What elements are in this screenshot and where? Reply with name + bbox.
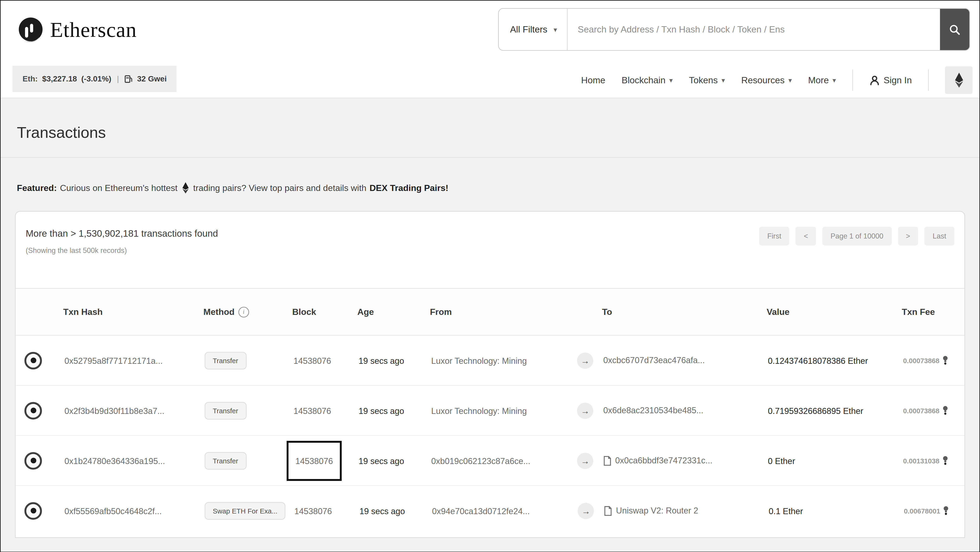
search-icon bbox=[949, 24, 961, 35]
contract-document-icon bbox=[603, 455, 611, 466]
table-row: 0x2f3b4b9d30f11b8e3a7... Transfer 145380… bbox=[16, 386, 964, 436]
method-badge: Transfer bbox=[205, 351, 246, 369]
from-address-link[interactable]: Luxor Technology: Mining bbox=[431, 356, 527, 365]
eth-price-link[interactable]: $3,227.18 bbox=[42, 75, 77, 83]
age-text: 19 secs ago bbox=[360, 506, 405, 515]
txn-hash-link[interactable]: 0x2f3b4b9d30f11b8e3a7... bbox=[64, 406, 164, 415]
arrow-right-icon: → bbox=[578, 503, 594, 519]
value-text: 0.124374618078386 Ether bbox=[768, 356, 868, 365]
col-header-method: Method i bbox=[204, 306, 283, 317]
gas-pump-icon bbox=[124, 75, 133, 83]
search-button[interactable] bbox=[940, 9, 969, 50]
nav-blockchain-label: Blockchain bbox=[622, 75, 665, 85]
chevron-down-icon: ▾ bbox=[721, 76, 725, 84]
value-text: 0.71959326686895 Ether bbox=[768, 406, 863, 415]
pagination: First < Page 1 of 10000 > Last bbox=[759, 227, 955, 246]
txn-fee-text: 0.00073868 bbox=[903, 357, 939, 364]
table-row: 0x1b24780e364336a195... Transfer 1453807… bbox=[16, 436, 964, 486]
txn-hash-link[interactable]: 0xf55569afb50c4648c2f... bbox=[64, 506, 162, 515]
txn-fee-text: 0.00678001 bbox=[904, 507, 940, 514]
to-address-link[interactable]: 0x0ca6bbdf3e7472331c... bbox=[615, 456, 713, 465]
table-row: 0x52795a8f771712171a... Transfer 1453807… bbox=[16, 336, 964, 386]
pagination-first-button[interactable]: First bbox=[759, 227, 790, 246]
gas-price-link[interactable]: 32 Gwei bbox=[137, 75, 167, 83]
pagination-last-button[interactable]: Last bbox=[924, 227, 955, 246]
pagination-next-button[interactable]: > bbox=[898, 227, 918, 246]
nav-home[interactable]: Home bbox=[581, 75, 605, 85]
lightbulb-icon bbox=[943, 456, 948, 465]
eye-preview-button[interactable] bbox=[24, 351, 42, 369]
to-address-link[interactable]: 0xcbc6707d73eac476afa... bbox=[603, 356, 705, 365]
from-address-link[interactable]: 0xb019c062123c87a6ce... bbox=[431, 456, 530, 466]
eth-network-button[interactable] bbox=[945, 66, 972, 94]
transactions-card: More than > 1,530,902,181 transactions f… bbox=[15, 211, 965, 538]
pagination-prev-button[interactable]: < bbox=[795, 227, 816, 246]
block-link[interactable]: 14538076 bbox=[296, 456, 333, 466]
eye-icon bbox=[30, 408, 36, 413]
etherscan-logo[interactable]: Etherscan bbox=[17, 16, 137, 44]
to-address-link[interactable]: Uniswap V2: Router 2 bbox=[616, 506, 698, 515]
nav-more[interactable]: More ▾ bbox=[808, 75, 836, 85]
col-header-from: From bbox=[430, 307, 571, 317]
col-header-age: Age bbox=[357, 307, 420, 317]
lightbulb-icon bbox=[943, 506, 949, 515]
table-row: 0xf55569afb50c4648c2f... Swap ETH For Ex… bbox=[16, 486, 964, 535]
featured-text-after: trading pairs? View top pairs and detail… bbox=[193, 183, 366, 193]
nav-resources[interactable]: Resources ▾ bbox=[741, 75, 792, 85]
sign-in-button[interactable]: Sign In bbox=[869, 75, 912, 85]
eye-preview-button[interactable] bbox=[24, 502, 42, 520]
eth-price-change: (-3.01%) bbox=[81, 75, 111, 83]
nav-home-label: Home bbox=[581, 75, 605, 85]
col-header-block: Block bbox=[292, 307, 350, 317]
txn-fee-text: 0.00073868 bbox=[903, 407, 939, 414]
chevron-down-icon: ▾ bbox=[789, 76, 792, 84]
top-bar: Etherscan All Filters ▾ bbox=[0, 0, 980, 63]
method-header-label: Method bbox=[204, 307, 234, 317]
txn-fee-text: 0.00131038 bbox=[903, 457, 939, 464]
from-address-link[interactable]: Luxor Technology: Mining bbox=[431, 406, 527, 415]
block-link[interactable]: 14538076 bbox=[294, 406, 331, 415]
all-filters-dropdown[interactable]: All Filters ▾ bbox=[499, 9, 568, 50]
txn-hash-link[interactable]: 0x52795a8f771712171a... bbox=[64, 356, 162, 365]
nav-more-label: More bbox=[808, 75, 829, 85]
eth-price-ticker: Eth: $3,227.18 (-3.01%) | 32 Gwei bbox=[13, 65, 177, 92]
nav-tokens[interactable]: Tokens ▾ bbox=[689, 75, 725, 85]
page-title: Transactions bbox=[0, 98, 980, 142]
records-note: (Showing the last 500k records) bbox=[26, 247, 955, 254]
card-header: More than > 1,530,902,181 transactions f… bbox=[16, 212, 964, 288]
nav-blockchain[interactable]: Blockchain ▾ bbox=[622, 75, 673, 85]
ticker-separator: | bbox=[117, 75, 119, 83]
eye-icon bbox=[30, 357, 36, 363]
eye-icon bbox=[30, 508, 36, 514]
from-address-link[interactable]: 0x94e70ca13d0712fe24... bbox=[432, 506, 530, 515]
arrow-right-icon: → bbox=[577, 352, 593, 369]
to-address-link[interactable]: 0x6de8ac2310534be485... bbox=[603, 406, 703, 415]
featured-cta-link[interactable]: DEX Trading Pairs! bbox=[370, 183, 449, 193]
page-body: Transactions Featured: Curious on Ethere… bbox=[0, 98, 980, 552]
chevron-down-icon: ▾ bbox=[554, 25, 557, 34]
person-icon bbox=[869, 75, 880, 85]
block-link[interactable]: 14538076 bbox=[294, 356, 331, 365]
highlight-box: 14538076 bbox=[286, 440, 342, 481]
lightbulb-icon bbox=[943, 356, 948, 365]
eth-diamond-icon bbox=[954, 73, 963, 88]
eye-preview-button[interactable] bbox=[24, 402, 42, 419]
featured-banner: Featured: Curious on Ethereum's hottest … bbox=[17, 182, 980, 193]
search-input[interactable] bbox=[568, 9, 940, 50]
value-text: 0.1 Ether bbox=[769, 506, 803, 515]
col-header-value: Value bbox=[767, 307, 889, 317]
nav-resources-label: Resources bbox=[741, 75, 784, 85]
section-divider bbox=[0, 157, 980, 158]
col-header-txn-hash: Txn Hash bbox=[63, 307, 197, 317]
method-badge: Swap ETH For Exa... bbox=[205, 502, 285, 520]
block-link[interactable]: 14538076 bbox=[294, 506, 332, 515]
arrow-right-icon: → bbox=[577, 453, 593, 469]
method-badge: Transfer bbox=[205, 452, 246, 469]
brand-name: Etherscan bbox=[50, 18, 137, 42]
txn-hash-link[interactable]: 0x1b24780e364336a195... bbox=[64, 456, 165, 466]
chevron-down-icon: ▾ bbox=[832, 76, 836, 84]
method-info-icon[interactable]: i bbox=[239, 306, 249, 317]
eth-label: Eth: bbox=[22, 75, 38, 83]
method-badge: Transfer bbox=[205, 402, 246, 419]
eye-preview-button[interactable] bbox=[24, 452, 42, 469]
